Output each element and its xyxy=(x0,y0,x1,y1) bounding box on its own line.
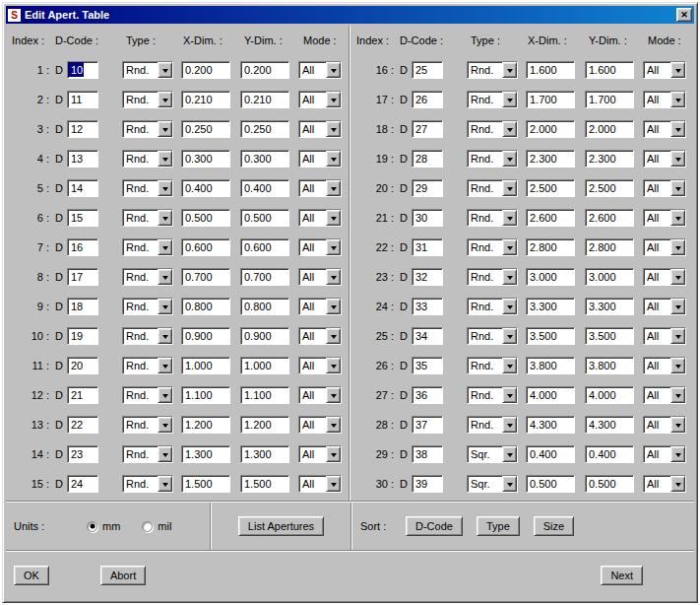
type-dropdown[interactable]: Rnd. xyxy=(122,61,173,79)
next-button[interactable]: Next xyxy=(601,566,643,585)
chevron-down-icon[interactable] xyxy=(670,299,685,314)
xdim-input[interactable]: 2.000 xyxy=(526,120,575,138)
chevron-down-icon[interactable] xyxy=(502,269,517,285)
chevron-down-icon[interactable] xyxy=(158,210,172,226)
type-dropdown[interactable]: Rnd. xyxy=(467,61,518,79)
dcode-input[interactable]: 23 xyxy=(67,445,98,463)
type-dropdown[interactable]: Rnd. xyxy=(122,357,173,374)
ydim-input[interactable]: 2.500 xyxy=(585,179,634,197)
type-dropdown[interactable]: Rnd. xyxy=(122,238,173,256)
type-dropdown[interactable]: Rnd. xyxy=(122,209,173,227)
chevron-down-icon[interactable] xyxy=(670,476,685,492)
dcode-input[interactable]: 32 xyxy=(412,268,443,286)
chevron-down-icon[interactable] xyxy=(670,328,685,344)
dcode-input[interactable]: 14 xyxy=(67,179,98,197)
mode-dropdown[interactable]: All xyxy=(298,61,342,79)
type-dropdown[interactable]: Rnd. xyxy=(467,179,518,197)
chevron-down-icon[interactable] xyxy=(502,358,517,373)
type-dropdown[interactable]: Rnd. xyxy=(467,150,518,168)
dcode-input[interactable]: 21 xyxy=(67,386,98,404)
xdim-input[interactable]: 0.600 xyxy=(181,238,230,256)
dcode-input[interactable]: 25 xyxy=(412,61,443,79)
mode-dropdown[interactable]: All xyxy=(298,357,342,374)
chevron-down-icon[interactable] xyxy=(502,387,517,403)
abort-button[interactable]: Abort xyxy=(100,566,146,585)
mode-dropdown[interactable]: All xyxy=(643,416,686,434)
ydim-input[interactable]: 1.100 xyxy=(240,386,289,404)
chevron-down-icon[interactable] xyxy=(158,269,172,285)
dcode-input[interactable]: 27 xyxy=(412,120,443,138)
chevron-down-icon[interactable] xyxy=(670,180,685,196)
chevron-down-icon[interactable] xyxy=(670,151,685,167)
dcode-input[interactable]: 19 xyxy=(67,327,98,345)
chevron-down-icon[interactable] xyxy=(502,180,517,196)
chevron-down-icon[interactable] xyxy=(158,299,172,314)
ydim-input[interactable]: 0.800 xyxy=(240,298,289,315)
xdim-input[interactable]: 0.500 xyxy=(526,475,575,493)
chevron-down-icon[interactable] xyxy=(670,387,685,403)
chevron-down-icon[interactable] xyxy=(158,62,172,78)
chevron-down-icon[interactable] xyxy=(502,417,517,433)
chevron-down-icon[interactable] xyxy=(326,151,341,167)
xdim-input[interactable]: 0.400 xyxy=(526,445,575,463)
xdim-input[interactable]: 4.300 xyxy=(526,416,575,434)
dcode-input[interactable]: 16 xyxy=(67,238,98,256)
chevron-down-icon[interactable] xyxy=(326,476,341,492)
ydim-input[interactable]: 2.600 xyxy=(585,209,634,227)
dcode-input[interactable]: 24 xyxy=(67,475,98,493)
chevron-down-icon[interactable] xyxy=(502,328,517,344)
xdim-input[interactable]: 2.500 xyxy=(526,179,575,197)
mode-dropdown[interactable]: All xyxy=(643,238,686,256)
dcode-input[interactable]: 29 xyxy=(412,179,443,197)
dcode-input[interactable]: 18 xyxy=(67,298,98,315)
chevron-down-icon[interactable] xyxy=(670,239,685,255)
chevron-down-icon[interactable] xyxy=(502,446,517,462)
ok-button[interactable]: OK xyxy=(14,566,49,585)
chevron-down-icon[interactable] xyxy=(670,446,685,462)
close-button[interactable]: ✕ xyxy=(676,8,692,22)
chevron-down-icon[interactable] xyxy=(670,121,685,137)
mode-dropdown[interactable]: All xyxy=(298,298,342,315)
dcode-input[interactable]: 26 xyxy=(412,91,443,108)
mode-dropdown[interactable]: All xyxy=(643,445,686,463)
xdim-input[interactable]: 2.300 xyxy=(526,150,575,168)
chevron-down-icon[interactable] xyxy=(326,269,341,285)
ydim-input[interactable]: 0.900 xyxy=(240,327,289,345)
mode-dropdown[interactable]: All xyxy=(643,357,686,374)
xdim-input[interactable]: 0.210 xyxy=(181,91,230,108)
chevron-down-icon[interactable] xyxy=(326,417,341,433)
xdim-input[interactable]: 0.250 xyxy=(181,120,230,138)
sort-type-button[interactable]: Type xyxy=(477,516,520,536)
type-dropdown[interactable]: Rnd. xyxy=(122,91,173,108)
xdim-input[interactable]: 1.100 xyxy=(181,386,230,404)
dcode-input[interactable]: 11 xyxy=(67,91,98,108)
xdim-input[interactable]: 1.000 xyxy=(181,357,230,374)
units-mil-radio[interactable] xyxy=(142,521,153,532)
ydim-input[interactable]: 1.500 xyxy=(240,475,289,493)
type-dropdown[interactable]: Rnd. xyxy=(467,268,518,286)
chevron-down-icon[interactable] xyxy=(502,476,517,492)
chevron-down-icon[interactable] xyxy=(326,387,341,403)
dcode-input[interactable]: 38 xyxy=(412,445,443,463)
xdim-input[interactable]: 0.900 xyxy=(181,327,230,345)
ydim-input[interactable]: 0.500 xyxy=(240,209,289,227)
ydim-input[interactable]: 4.000 xyxy=(585,386,634,404)
dcode-input[interactable]: 20 xyxy=(67,357,98,374)
type-dropdown[interactable]: Rnd. xyxy=(122,150,173,168)
units-mil-label[interactable]: mil xyxy=(158,520,171,532)
xdim-input[interactable]: 0.700 xyxy=(181,268,230,286)
chevron-down-icon[interactable] xyxy=(158,121,172,137)
chevron-down-icon[interactable] xyxy=(326,239,341,255)
mode-dropdown[interactable]: All xyxy=(643,268,686,286)
mode-dropdown[interactable]: All xyxy=(643,475,686,493)
xdim-input[interactable]: 0.400 xyxy=(181,179,230,197)
dcode-input[interactable]: 31 xyxy=(412,238,443,256)
dcode-input[interactable]: 33 xyxy=(412,298,443,315)
units-option-mm[interactable]: mm xyxy=(87,520,120,532)
xdim-input[interactable]: 2.600 xyxy=(526,209,575,227)
chevron-down-icon[interactable] xyxy=(326,328,341,344)
units-option-mil[interactable]: mil xyxy=(142,520,171,532)
type-dropdown[interactable]: Sqr. xyxy=(467,445,518,463)
dcode-input[interactable]: 37 xyxy=(412,416,443,434)
chevron-down-icon[interactable] xyxy=(326,62,341,78)
